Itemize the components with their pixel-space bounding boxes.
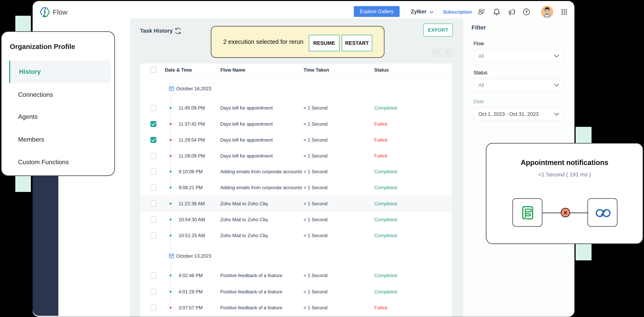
svg-text:?: ? (525, 10, 528, 14)
